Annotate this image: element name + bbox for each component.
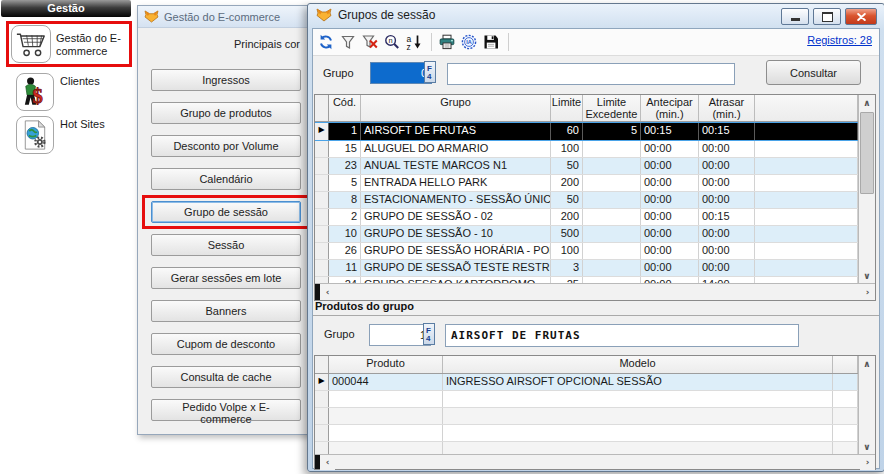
toolbar-separator [508, 33, 509, 51]
grupo-code-input[interactable]: 0 [370, 62, 432, 84]
button-gerar-sessoes-em-lote[interactable]: Gerar sessões em lote [151, 267, 301, 289]
grid-cell: 200 [551, 175, 583, 191]
grid-cell: 00:00 [699, 141, 755, 157]
button-calendario[interactable]: Calendário [151, 168, 301, 190]
table-row[interactable]: 15ALUGUEL DO ARMARIO10000:0000:00 [315, 141, 858, 158]
scroll-up-button[interactable]: ∧ [860, 356, 875, 371]
filter-icon [340, 34, 356, 50]
grid-cell: 50 [551, 158, 583, 174]
row-selector [315, 141, 329, 157]
grid-header-row: ProdutoModelo [315, 356, 858, 374]
table-row[interactable]: 26GRUPO DE SESSÃO HORÁRIA - PORTAL10000:… [315, 243, 858, 260]
grid-cell: 00:15 [641, 123, 699, 140]
produto-grupo-name-field[interactable]: AIRSOFT DE FRUTAS [445, 324, 799, 347]
svg-text:$: $ [32, 84, 43, 108]
column-header: Antecipar(min.) [641, 95, 699, 121]
column-header: Cód. [329, 95, 361, 121]
scroll-right-button[interactable]: › [860, 455, 875, 470]
ia-badge-button[interactable]: IA [459, 32, 479, 52]
button-grupo-de-sessao[interactable]: Grupo de sessão [151, 201, 301, 223]
clear-filter-button[interactable] [360, 32, 380, 52]
grupo-f4-lookup-button[interactable]: F4 [424, 61, 436, 83]
scroll-right-button[interactable]: › [860, 285, 875, 300]
sidebar-item-hot-sites[interactable]: Hot Sites [16, 116, 130, 154]
table-row[interactable]: 5ENTRADA HELLO PARK20000:0000:00 [315, 175, 858, 192]
grid-cell: 5 [583, 123, 641, 140]
grid-cell [583, 158, 641, 174]
row-selector [315, 209, 329, 225]
grid-cell-empty [755, 192, 858, 208]
vertical-scrollbar[interactable]: ∧ ∨ [858, 95, 875, 283]
scroll-left-button[interactable]: ‹ [320, 285, 335, 300]
table-row[interactable]: ▶1AIRSOFT DE FRUTAS60500:1500:15 [315, 122, 858, 141]
grid-cell: ESTACIONAMENTO - SESSÃO ÚNICA [361, 192, 551, 208]
maximize-button[interactable] [813, 8, 841, 25]
ecommerce-window-titlebar[interactable]: Gestão do E-commerce [138, 6, 311, 28]
grid-cell: 00:00 [641, 192, 699, 208]
table-row-empty[interactable] [315, 408, 858, 425]
gestao-sidebar: Gestão Gestão do E-commerce [1, 0, 131, 420]
scrollbar-thumb[interactable] [860, 112, 874, 194]
button-cupom-de-desconto[interactable]: Cupom de desconto [151, 333, 301, 355]
table-row-empty[interactable] [315, 425, 858, 442]
table-row-empty[interactable] [315, 442, 858, 454]
table-row[interactable]: ▶000044INGRESSO AIRSOFT OPCIONAL SESSÃO [315, 374, 858, 391]
registros-link[interactable]: Registros: 28 [807, 34, 872, 46]
grid-header-row: Cód.GrupoLimiteLimiteExcedenteAntecipar(… [315, 95, 858, 122]
button-banners[interactable]: Banners [151, 300, 301, 322]
table-row-empty[interactable] [315, 391, 858, 408]
vertical-scrollbar[interactable]: ∧ ∨ [858, 356, 875, 454]
column-header: LimiteExcedente [583, 95, 641, 121]
consultar-button[interactable]: Consultar [766, 60, 861, 85]
produtos-section-title: Produtos do grupo [315, 300, 414, 312]
grid-cell: 200 [551, 209, 583, 225]
button-grupo-de-produtos[interactable]: Grupo de produtos [151, 102, 301, 124]
sidebar-item-gestao-ecommerce[interactable]: Gestão do E-commerce [11, 25, 126, 63]
client-dollar-icon: $ [16, 73, 54, 111]
scroll-left-button[interactable]: ‹ [320, 455, 335, 470]
sort-ascending-button[interactable]: a z [404, 32, 424, 52]
table-row[interactable]: 2GRUPO DE SESSÃO - 0220000:0000:15 [315, 209, 858, 226]
grupo-name-input[interactable] [447, 63, 735, 85]
button-sessao[interactable]: Sessão [151, 234, 301, 256]
header-selector-cell [315, 356, 329, 373]
button-ingressos[interactable]: Ingressos [151, 69, 301, 91]
window-title: Grupos de sessão [338, 8, 435, 22]
table-row[interactable]: 23ANUAL TESTE MARCOS N15000:0000:00 [315, 158, 858, 175]
button-consulta-de-cache[interactable]: Consulta de cache [151, 366, 301, 388]
refresh-button[interactable] [316, 32, 336, 52]
button-pedido-volpe-ecommerce[interactable]: Pedido Volpe x E-commerce [151, 399, 301, 421]
column-header: Limite [551, 95, 583, 121]
grid-cell [583, 260, 641, 276]
table-row[interactable]: 11GRUPO DE SESSAÕ TESTE RESTRIÇÃO300:000… [315, 260, 858, 277]
grid-cell: ALUGUEL DO ARMARIO [361, 141, 551, 157]
save-button[interactable] [481, 32, 501, 52]
produto-grupo-f4-lookup-button[interactable]: F4 [423, 323, 435, 345]
grid-cell: 10 [329, 226, 361, 242]
table-row[interactable]: 10GRUPO DE SESSÃO - 1050000:0000:00 [315, 226, 858, 243]
grid-cell: 11 [329, 260, 361, 276]
grid-cell: 26 [329, 243, 361, 259]
sidebar-item-clientes[interactable]: $ Clientes [16, 73, 130, 111]
minimize-button[interactable] [781, 8, 809, 25]
grid-cell: 5 [329, 175, 361, 191]
horizontal-scrollbar[interactable]: ‹ › [315, 283, 875, 300]
grid-cell: GRUPO DE SESSÃO HORÁRIA - PORTAL [361, 243, 551, 259]
column-header: Produto [329, 356, 443, 373]
scroll-up-button[interactable]: ∧ [860, 95, 875, 110]
filter-button[interactable] [338, 32, 358, 52]
scroll-down-button[interactable]: ∨ [860, 268, 875, 283]
horizontal-scrollbar[interactable]: ‹ › [315, 454, 875, 469]
table-row[interactable]: 8ESTACIONAMENTO - SESSÃO ÚNICA5000:0000:… [315, 192, 858, 209]
header-selector-cell [315, 95, 329, 121]
grid-body: ▶000044INGRESSO AIRSOFT OPCIONAL SESSÃO [315, 374, 858, 454]
print-button[interactable] [437, 32, 457, 52]
button-desconto-por-volume[interactable]: Desconto por Volume [151, 135, 301, 157]
grid-cell [583, 243, 641, 259]
grid-cell: 100 [551, 243, 583, 259]
search-button[interactable]: n [382, 32, 402, 52]
produto-grupo-code-input[interactable]: 1 [369, 324, 431, 346]
maximize-icon [822, 12, 833, 22]
scroll-down-button[interactable]: ∨ [860, 439, 875, 454]
close-button[interactable] [845, 8, 877, 25]
